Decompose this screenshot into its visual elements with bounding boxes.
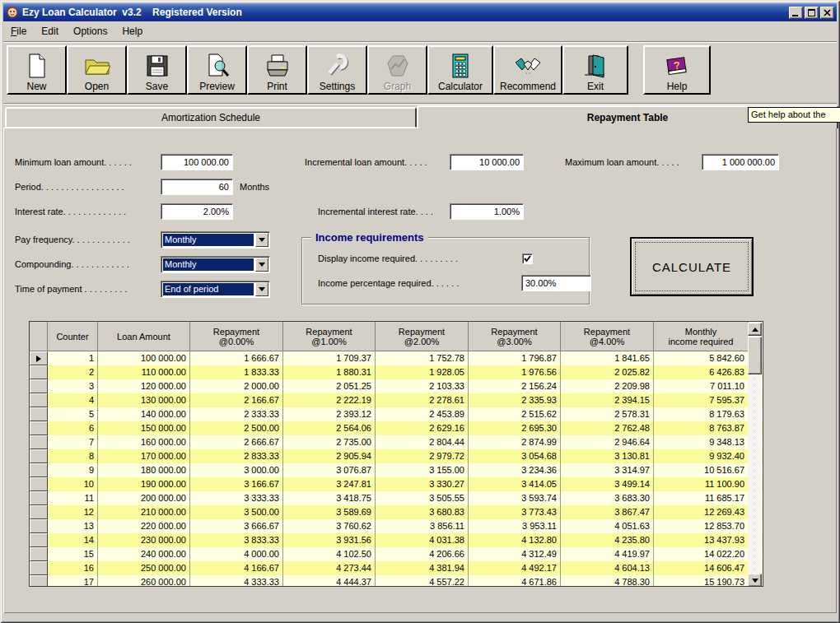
cell-repayment-at-2pct: 3 856.11	[376, 519, 469, 533]
dropdown-arrow-button[interactable]	[255, 282, 268, 296]
vertical-scrollbar[interactable]	[748, 323, 762, 587]
cell-loan-amount: 250 000.00	[98, 561, 190, 575]
row-selector-cell[interactable]	[30, 561, 48, 575]
cell-repayment-at-4pct: 2 209.98	[561, 379, 654, 393]
scrollbar-thumb[interactable]	[748, 337, 762, 374]
preview-button[interactable]: Preview	[187, 45, 247, 95]
cell-repayment-at-4pct: 4 419.97	[561, 547, 654, 561]
title-bar[interactable]: Ezy Loan Calculator v3.2 Registered Vers…	[3, 3, 837, 21]
row-selector-cell[interactable]	[30, 533, 48, 547]
calculator-button[interactable]: Calculator	[427, 45, 493, 95]
cell-repayment-at-4pct: 2 394.15	[561, 393, 654, 407]
cell-repayment-at-4pct: 3 683.30	[561, 491, 654, 505]
recommend-button[interactable]: Recommend	[493, 45, 562, 95]
cell-counter: 9	[48, 463, 98, 477]
cell-repayment-at-4pct: 4 788.30	[561, 575, 654, 587]
maximize-button[interactable]	[805, 7, 819, 19]
row-selector-cell[interactable]	[30, 505, 48, 519]
menu-item-help[interactable]: Help	[114, 22, 150, 40]
cell-repayment-at-4pct: 4 604.13	[561, 561, 654, 575]
compounding-dropdown[interactable]: Monthly	[161, 256, 270, 273]
tab-amortization-schedule[interactable]: Amortization Schedule	[5, 107, 417, 128]
table-row[interactable]: 10190 000.003 166.673 247.813 330.273 41…	[30, 477, 763, 491]
display-income-checkbox[interactable]	[522, 253, 533, 264]
new-button[interactable]: New	[7, 45, 67, 95]
cell-repayment-at-2pct: 3 155.00	[376, 463, 469, 477]
incremental-loan-input[interactable]	[450, 154, 524, 170]
cell-repayment-at-2pct: 2 629.16	[376, 421, 469, 435]
close-button[interactable]	[820, 7, 834, 19]
pay-frequency-dropdown[interactable]: Monthly	[161, 231, 270, 249]
exit-button[interactable]: Exit	[562, 45, 628, 95]
table-row[interactable]: 11200 000.003 333.333 418.753 505.553 59…	[30, 491, 763, 505]
interest-rate-input[interactable]	[161, 203, 233, 220]
row-selector-cell[interactable]	[30, 449, 48, 463]
menu-item-edit[interactable]: Edit	[34, 22, 66, 40]
row-selector-cell[interactable]	[30, 519, 48, 533]
print-button[interactable]: Print	[247, 45, 307, 95]
cell-repayment-at-0pct: 4 166.67	[190, 561, 283, 575]
max-loan-label: Maximum loan amount. . . . .	[565, 157, 679, 167]
table-row[interactable]: 5140 000.002 333.332 393.122 453.892 515…	[30, 407, 763, 421]
table-row[interactable]: 17260 000.004 333.334 444.374 557.224 67…	[30, 575, 763, 587]
calculate-button[interactable]: CALCULATE	[630, 237, 754, 296]
row-selector-cell[interactable]	[30, 477, 48, 491]
maximize-icon	[808, 9, 815, 16]
row-selector-cell[interactable]	[30, 463, 48, 477]
menu-item-options[interactable]: Options	[66, 22, 114, 40]
max-loan-input[interactable]	[702, 154, 779, 170]
cell-counter: 5	[48, 407, 98, 421]
table-row[interactable]: 16250 000.004 166.674 273.444 381.944 49…	[30, 561, 763, 575]
compounding-label: Compounding. . . . . . . . . . . .	[15, 259, 129, 269]
row-selector-cell[interactable]	[30, 351, 48, 365]
dropdown-arrow-button[interactable]	[255, 258, 268, 272]
save-button[interactable]: Save	[127, 45, 187, 95]
cell-repayment-at-0pct: 3 500.00	[190, 505, 283, 519]
menu-item-file[interactable]: File	[3, 22, 34, 40]
help-button[interactable]: ?Help	[643, 45, 711, 95]
cell-loan-amount: 260 000.00	[98, 575, 190, 587]
row-selector-cell[interactable]	[30, 393, 48, 407]
cell-repayment-at-2pct: 3 505.55	[376, 491, 469, 505]
table-row[interactable]: 7160 000.002 666.672 735.002 804.442 874…	[30, 435, 763, 449]
row-selector-cell[interactable]	[30, 547, 48, 561]
row-selector-cell[interactable]	[30, 407, 48, 421]
cell-monthly-income-required: 12 853.70	[654, 519, 749, 533]
income-percentage-input[interactable]	[521, 275, 591, 291]
cell-repayment-at-1pct: 2 222.19	[283, 393, 376, 407]
minimize-icon	[792, 9, 800, 16]
table-row[interactable]: 3120 000.002 000.002 051.252 103.332 156…	[30, 379, 763, 393]
minimize-button[interactable]	[789, 7, 803, 19]
table-row[interactable]: 2110 000.001 833.331 880.311 928.051 976…	[30, 365, 763, 379]
min-loan-input[interactable]	[161, 154, 233, 170]
table-row[interactable]: 9180 000.003 000.003 076.873 155.003 234…	[30, 463, 763, 477]
row-selector-cell[interactable]	[30, 365, 48, 379]
row-selector-cell[interactable]	[30, 575, 48, 587]
settings-button[interactable]: Settings	[307, 45, 367, 95]
cell-repayment-at-4pct: 3 314.97	[561, 463, 654, 477]
table-row[interactable]: 6150 000.002 500.002 564.062 629.162 695…	[30, 421, 763, 435]
table-row[interactable]: 4130 000.002 166.672 222.192 278.612 335…	[30, 393, 763, 407]
cell-monthly-income-required: 6 426.83	[654, 365, 749, 379]
scroll-down-button[interactable]	[748, 574, 762, 587]
table-row[interactable]: 15240 000.004 000.004 102.504 206.664 31…	[30, 547, 763, 561]
table-row[interactable]: 14230 000.003 833.333 931.564 031.384 13…	[30, 533, 763, 547]
table-row[interactable]: 12210 000.003 500.003 589.693 680.833 77…	[30, 505, 763, 519]
cell-monthly-income-required: 9 348.13	[654, 435, 749, 449]
cell-monthly-income-required: 8 763.87	[654, 421, 749, 435]
row-selector-cell[interactable]	[30, 435, 48, 449]
open-button[interactable]: Open	[67, 45, 127, 95]
row-selector-cell[interactable]	[30, 379, 48, 393]
period-input[interactable]	[161, 179, 233, 195]
table-row[interactable]: 1100 000.001 666.671 709.371 752.781 796…	[30, 351, 763, 365]
cell-repayment-at-1pct: 3 760.62	[283, 519, 376, 533]
row-selector-cell[interactable]	[30, 421, 48, 435]
time-of-payment-dropdown[interactable]: End of period	[161, 281, 270, 298]
cell-repayment-at-0pct: 2 666.67	[190, 435, 283, 449]
incremental-interest-input[interactable]	[450, 203, 524, 220]
table-row[interactable]: 8170 000.002 833.332 905.942 979.723 054…	[30, 449, 763, 463]
table-row[interactable]: 13220 000.003 666.673 760.623 856.113 95…	[30, 519, 763, 533]
scroll-up-button[interactable]	[748, 323, 762, 336]
row-selector-cell[interactable]	[30, 491, 48, 505]
dropdown-arrow-button[interactable]	[255, 233, 268, 247]
